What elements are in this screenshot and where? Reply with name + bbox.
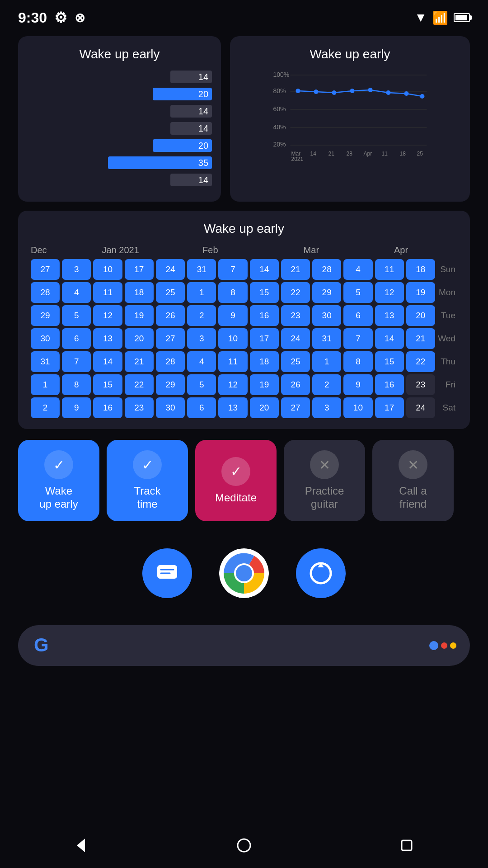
calendar-cell: 9 [62, 397, 91, 418]
reload-icon [307, 559, 335, 587]
calendar-grid: 27310172431714212841118Sun28411182518152… [31, 259, 457, 418]
calendar-cell: 24 [281, 328, 310, 349]
at-sign-icon: ⊗ [75, 10, 85, 25]
bar: 20 [153, 139, 212, 152]
calendar-dow-label: Mon [437, 282, 457, 303]
svg-text:G: G [34, 634, 49, 656]
calendar-cell: 16 [93, 397, 122, 418]
chrome-app-icon[interactable] [219, 548, 269, 598]
calendar-cell: 24 [156, 259, 185, 280]
bar-value: 20 [198, 89, 208, 99]
calendar-cell: 20 [125, 328, 154, 349]
home-button[interactable] [230, 832, 258, 859]
bar-chart-widget: Wake up early 14201414203514 [18, 36, 221, 202]
calendar-cell: 3 [62, 259, 91, 280]
svg-text:20%: 20% [273, 141, 286, 148]
calendar-cell: 4 [187, 351, 216, 372]
bar-value: 14 [198, 175, 208, 185]
habits-row: Wakeup early Tracktime Meditate Practice… [0, 429, 488, 521]
svg-text:18: 18 [400, 151, 406, 157]
calendar-cell: 13 [375, 305, 404, 326]
habit-practice-guitar[interactable]: Practiceguitar [284, 440, 365, 521]
svg-text:21: 21 [328, 151, 335, 157]
svg-point-12 [332, 90, 337, 95]
calendar-title: Wake up early [31, 222, 457, 236]
calendar-cell: 3 [187, 328, 216, 349]
calendar-cell: 18 [250, 351, 279, 372]
calendar-cell: 18 [406, 259, 435, 280]
bar-row: 14 [27, 71, 212, 83]
calendar-cell: 6 [343, 305, 372, 326]
status-bar: 9:30 ⚙ ⊗ ▼ 📶 [0, 0, 488, 32]
calendar-cell: 17 [125, 259, 154, 280]
bar: 14 [170, 105, 212, 118]
calendar-cell: 21 [406, 328, 435, 349]
calendar-cell: 16 [250, 305, 279, 326]
habit-call-friend[interactable]: Call afriend [372, 440, 454, 521]
track-time-label: Tracktime [134, 485, 160, 511]
calendar-cell: 31 [31, 351, 60, 372]
calendar-cell: 10 [218, 328, 247, 349]
calendar-cell: 11 [93, 282, 122, 303]
habit-track-time[interactable]: Tracktime [107, 440, 188, 521]
bar-row: 35 [27, 156, 212, 169]
calendar-cell: 7 [343, 328, 372, 349]
svg-text:25: 25 [417, 151, 423, 157]
calendar-cell: 28 [156, 351, 185, 372]
habit-meditate[interactable]: Meditate [195, 440, 277, 521]
calendar-cell: 1 [187, 282, 216, 303]
svg-text:28: 28 [347, 151, 353, 157]
calendar-cell: 15 [93, 374, 122, 395]
messages-app-icon[interactable] [142, 548, 192, 598]
calendar-cell: 28 [312, 259, 341, 280]
bar-row: 20 [27, 88, 212, 100]
svg-text:40%: 40% [273, 123, 286, 131]
calendar-cell: 25 [156, 282, 185, 303]
svg-text:80%: 80% [273, 87, 286, 94]
calendar-cell: 22 [125, 374, 154, 395]
bar-chart-title: Wake up early [27, 47, 212, 61]
calendar-cell: 29 [312, 282, 341, 303]
back-button[interactable] [68, 832, 95, 859]
calendar-cell: 2 [187, 305, 216, 326]
nav-bar [0, 823, 488, 868]
calendar-cell: 8 [62, 374, 91, 395]
google-assistant-dots [429, 641, 456, 650]
bar: 35 [108, 156, 212, 169]
svg-point-16 [404, 91, 409, 96]
calendar-cell: 10 [93, 259, 122, 280]
svg-text:11: 11 [382, 151, 388, 157]
wake-up-early-check-icon [44, 450, 73, 479]
calendar-cell: 10 [343, 397, 372, 418]
chrome-icon [219, 548, 269, 598]
calendar-cell: 27 [31, 259, 60, 280]
calendar-cell: 17 [375, 397, 404, 418]
calendar-cell: 18 [125, 282, 154, 303]
bar-row: 14 [27, 105, 212, 118]
calendar-cell: 26 [156, 305, 185, 326]
calendar-cell: 21 [125, 351, 154, 372]
calendar-cell: 29 [31, 305, 60, 326]
calendar-cell: 28 [31, 282, 60, 303]
svg-point-37 [238, 839, 250, 852]
reload-app-icon[interactable] [296, 548, 346, 598]
settings-icon: ⚙ [54, 9, 67, 26]
top-widgets-row: Wake up early 14201414203514 Wake up ear… [0, 32, 488, 202]
calendar-cell: 12 [218, 374, 247, 395]
bar-value: 14 [198, 72, 208, 82]
svg-rect-27 [157, 565, 177, 579]
google-search-bar[interactable]: G [18, 625, 470, 666]
svg-text:14: 14 [310, 151, 317, 157]
bar: 14 [170, 174, 212, 186]
svg-text:2021: 2021 [291, 156, 304, 161]
line-chart-svg: 100% 80% 60% 40% 20% [239, 71, 461, 161]
recents-button[interactable] [393, 832, 420, 859]
line-chart-title: Wake up early [239, 47, 461, 61]
svg-point-11 [314, 90, 319, 94]
svg-point-33 [236, 565, 252, 581]
svg-point-15 [386, 90, 391, 95]
calendar-cell: 26 [281, 374, 310, 395]
habit-wake-up-early[interactable]: Wakeup early [18, 440, 99, 521]
call-friend-x-icon [399, 450, 427, 479]
calendar-dow-label: Wed [437, 328, 457, 349]
